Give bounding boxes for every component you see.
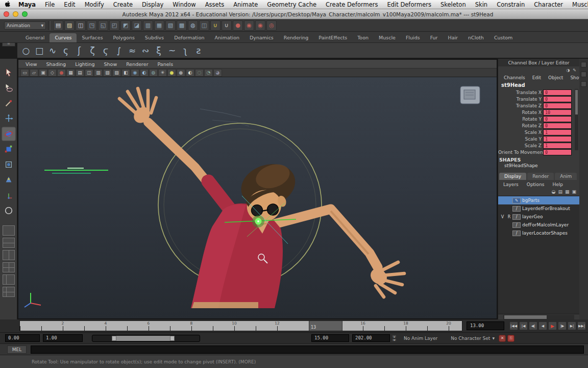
panel-toolbar-icon[interactable]: ◫ bbox=[85, 69, 93, 77]
status-icon[interactable]: ▦ bbox=[154, 20, 164, 31]
status-icon[interactable]: ◉ bbox=[244, 20, 254, 31]
panel-toolbar-icon[interactable]: ◐ bbox=[186, 69, 194, 77]
object-menu[interactable]: Object bbox=[545, 75, 567, 80]
layer-name[interactable]: bgParts bbox=[522, 198, 540, 203]
menu-edit[interactable]: Edit bbox=[59, 1, 80, 8]
panel-toolbar-icon[interactable]: ◧ bbox=[121, 69, 130, 77]
mel-script-toggle[interactable]: MEL bbox=[7, 346, 27, 354]
menu-muscle[interactable]: Muscle bbox=[568, 1, 588, 8]
shelf-tab[interactable]: Subdivs bbox=[140, 33, 169, 42]
soft-modification-tool[interactable] bbox=[2, 173, 16, 187]
menu-create-deformers[interactable]: Create Deformers bbox=[321, 1, 382, 8]
shelf-curve-tool-icon[interactable]: ƨ bbox=[192, 44, 205, 57]
panel-toolbar-icon[interactable]: ● bbox=[167, 69, 176, 77]
menu-set-dropdown[interactable]: Animation▼ bbox=[4, 21, 46, 30]
shelf-tab[interactable]: Dynamics bbox=[244, 33, 279, 42]
animation-end-field[interactable]: 202.00 bbox=[352, 334, 390, 342]
channel-edit-icon[interactable]: ✎ bbox=[573, 68, 576, 73]
lasso-tool[interactable] bbox=[2, 81, 16, 95]
channel-label[interactable]: Rotate Z bbox=[498, 123, 543, 128]
channel-value-field[interactable]: 0 bbox=[543, 96, 572, 102]
layer-name[interactable]: LayerdefForBreakout bbox=[522, 206, 570, 211]
channel-value-field[interactable]: 1 bbox=[543, 143, 572, 149]
playback-button[interactable]: ▶▶| bbox=[577, 321, 586, 330]
status-icon[interactable]: ◰ bbox=[109, 20, 119, 31]
panel-toolbar-icon[interactable]: ▣ bbox=[39, 69, 47, 77]
channel-label[interactable]: Translate Z bbox=[498, 103, 543, 108]
last-tool-icon[interactable] bbox=[2, 203, 16, 218]
playback-button[interactable]: |◀◀ bbox=[509, 321, 518, 330]
channel-label[interactable]: Translate Y bbox=[498, 97, 543, 102]
shelf-tab[interactable]: Surfaces bbox=[77, 33, 108, 42]
panel-toolbar-icon[interactable]: ▨ bbox=[112, 69, 121, 77]
menu-skeleton[interactable]: Skeleton bbox=[436, 1, 471, 8]
channel-label[interactable]: Rotate Y bbox=[498, 117, 543, 122]
layer-color-swatch[interactable]: / bbox=[512, 214, 521, 220]
panel-toolbar-icon[interactable]: ✳ bbox=[158, 69, 167, 77]
shelf-tab[interactable]: Custom bbox=[489, 33, 518, 42]
panel-menu-show[interactable]: Show bbox=[100, 61, 121, 67]
status-icon[interactable]: ◎ bbox=[266, 20, 277, 31]
playback-button[interactable]: ▶| bbox=[568, 321, 576, 330]
new-empty-layer-icon[interactable]: ▦ bbox=[565, 189, 570, 194]
panel-toolbar-icon[interactable]: ◕ bbox=[213, 69, 222, 77]
layer-color-swatch[interactable]: ✎ bbox=[512, 198, 521, 203]
channel-value-field[interactable]: 0 bbox=[543, 103, 572, 109]
playback-button[interactable]: ◀ bbox=[538, 321, 547, 330]
rotate-tool[interactable] bbox=[2, 127, 16, 141]
shelf-curve-tool-icon[interactable]: ʃ bbox=[72, 44, 86, 57]
shelf-tab[interactable]: Curves bbox=[50, 33, 77, 42]
channel-box-toggle-icon[interactable] bbox=[581, 81, 586, 87]
menu-skin[interactable]: Skin bbox=[471, 1, 492, 8]
channel-label[interactable]: Translate X bbox=[498, 90, 543, 95]
panel-toolbar-icon[interactable]: ◐ bbox=[140, 69, 149, 77]
channel-label[interactable]: Scale Y bbox=[498, 136, 543, 142]
range-start-handle[interactable] bbox=[112, 336, 116, 341]
menu-assets[interactable]: Assets bbox=[201, 1, 229, 8]
menu-character[interactable]: Character bbox=[529, 1, 568, 8]
playback-button[interactable]: |◀ bbox=[519, 321, 528, 330]
status-icon[interactable]: ▥ bbox=[143, 20, 153, 31]
playback-end-field[interactable]: 15.00 bbox=[311, 334, 349, 342]
status-icon[interactable]: ∪ bbox=[222, 20, 232, 31]
shelf-tab[interactable]: Toon bbox=[352, 33, 374, 42]
selected-object-name[interactable]: st9Head bbox=[498, 81, 579, 89]
layer-visibility-toggle[interactable]: V bbox=[499, 215, 506, 219]
status-icon[interactable]: ● bbox=[233, 20, 243, 31]
layer-name[interactable]: defForMalcolmLayer bbox=[522, 222, 569, 227]
channel-value-field[interactable]: 0 bbox=[543, 149, 572, 155]
shelf-tab[interactable]: Fur bbox=[425, 33, 443, 42]
shelf-curve-tool-icon[interactable]: ∾ bbox=[139, 44, 152, 57]
channel-display-toggle-icon[interactable]: ◑ bbox=[566, 68, 570, 73]
panel-menu-lighting[interactable]: Lighting bbox=[71, 61, 99, 67]
playback-button[interactable]: ▶ bbox=[548, 321, 557, 330]
menu-window[interactable]: Window bbox=[168, 1, 200, 8]
channel-box-header[interactable]: Channel Box / Layer Editor bbox=[498, 59, 579, 66]
options-menu[interactable]: Options bbox=[523, 181, 549, 188]
panel-toolbar-icon[interactable]: ◇ bbox=[48, 69, 57, 77]
layout-outliner-persp-button[interactable] bbox=[3, 287, 15, 297]
scale-tool[interactable] bbox=[2, 142, 16, 156]
close-window-button[interactable] bbox=[4, 11, 9, 17]
panel-toolbar-icon[interactable]: ▧ bbox=[103, 69, 112, 77]
apple-menu-icon[interactable] bbox=[5, 1, 11, 8]
scene-3d[interactable] bbox=[18, 77, 497, 308]
layout-two-stacked-button[interactable] bbox=[3, 238, 15, 248]
panel-toolbar-icon[interactable]: ▦ bbox=[66, 69, 75, 77]
new-layer-from-selected-icon[interactable]: ▣ bbox=[572, 189, 576, 194]
menu-constrain[interactable]: Constrain bbox=[492, 1, 529, 8]
shelf-curve-tool-icon[interactable]: ~ bbox=[165, 44, 179, 57]
shelf-tab[interactable]: nCloth bbox=[463, 33, 489, 42]
playback-button[interactable]: |▶ bbox=[558, 321, 567, 330]
window-titlebar[interactable]: Autodesk Maya 2012 x64 - Educational Ver… bbox=[0, 9, 588, 19]
edit-menu[interactable]: Edit bbox=[529, 75, 545, 80]
tool-settings-toggle-icon[interactable] bbox=[581, 72, 586, 77]
channel-label[interactable]: Rotate X bbox=[498, 110, 543, 115]
status-icon[interactable]: ◱ bbox=[98, 20, 108, 31]
shelf-tab[interactable]: Animation bbox=[210, 33, 244, 42]
menu-modify[interactable]: Modify bbox=[80, 1, 109, 8]
status-icon[interactable]: ◫ bbox=[76, 20, 86, 31]
shelf-tab[interactable]: Rendering bbox=[279, 33, 314, 42]
shelf-curve-tool-icon[interactable]: □ bbox=[33, 44, 46, 57]
panel-menu-shading[interactable]: Shading bbox=[42, 61, 70, 67]
